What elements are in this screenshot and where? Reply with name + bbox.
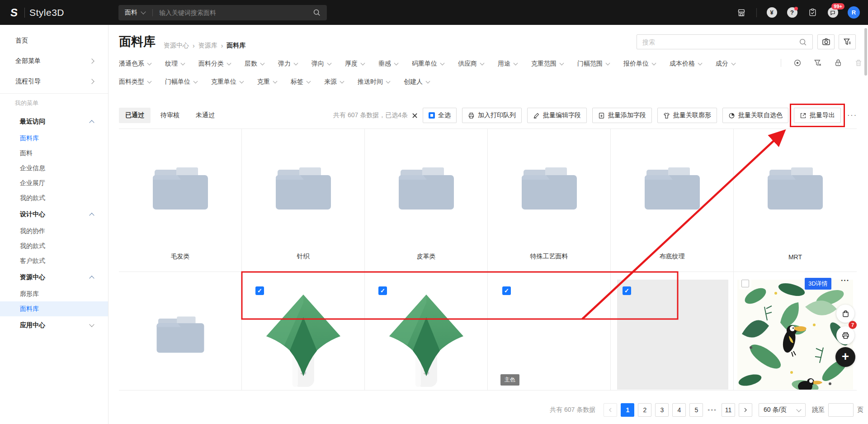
sidebar-item-showroom[interactable]: 企业展厅 <box>0 176 108 191</box>
fabric-card-3[interactable]: ✓ 主色 <box>488 272 611 391</box>
image-search-button[interactable] <box>817 34 835 49</box>
lock-icon[interactable] <box>834 59 842 67</box>
sidebar-group-recent[interactable]: 最近访问 <box>0 113 108 131</box>
sidebar-item-company-info[interactable]: 企业信息 <box>0 161 108 176</box>
global-search-bar[interactable]: 面料 <box>118 5 327 20</box>
page-button-3[interactable]: 3 <box>655 403 669 417</box>
page-button-2[interactable]: 2 <box>638 403 651 417</box>
clear-selection-icon[interactable] <box>412 113 417 118</box>
folder-card-hair[interactable]: 毛发类 <box>119 129 242 272</box>
filter-composition[interactable]: 成分 <box>716 60 735 68</box>
filter-quote-unit[interactable]: 报价单位 <box>623 60 656 68</box>
user-avatar[interactable]: R <box>848 6 860 19</box>
filter-pantone[interactable]: 潘通色系 <box>119 60 151 68</box>
filter-usage[interactable]: 用途 <box>498 60 517 68</box>
prev-page-button[interactable] <box>604 403 617 417</box>
fabric-card-4[interactable]: ✓ <box>611 272 734 391</box>
sidebar-item-home[interactable]: 首页 <box>0 30 108 51</box>
filter-texture[interactable]: 纹理 <box>165 60 184 68</box>
filter-fabric-type[interactable]: 面料类型 <box>119 78 151 86</box>
filter-layers[interactable]: 层数 <box>245 60 264 68</box>
sidebar-item-fabric-library-recent[interactable]: 面料库 <box>0 131 108 146</box>
filter-width-range[interactable]: 门幅范围 <box>577 60 609 68</box>
tasks-icon[interactable] <box>807 7 818 18</box>
search-icon[interactable] <box>799 38 807 46</box>
sidebar-item-my-styles[interactable]: 我的款式 <box>0 238 108 253</box>
filter-gram-weight-range[interactable]: 克重范围 <box>531 60 563 68</box>
trash-icon[interactable] <box>854 59 863 67</box>
jump-to-page-input[interactable] <box>828 403 854 417</box>
filter-thickness[interactable]: 厚度 <box>345 60 364 68</box>
tab-rejected[interactable]: 未通过 <box>189 108 221 123</box>
target-icon[interactable] <box>793 59 802 67</box>
sidebar-item-client-styles[interactable]: 客户款式 <box>0 253 108 268</box>
filter-weight-unit[interactable]: 码重单位 <box>412 60 444 68</box>
search-icon[interactable] <box>313 9 321 16</box>
folder-card-untitled[interactable] <box>119 272 242 391</box>
filter-gram-weight-unit[interactable]: 克重单位 <box>211 78 243 86</box>
print-button[interactable] <box>836 326 854 344</box>
sidebar-group-app-center[interactable]: 应用中心 <box>0 316 108 334</box>
library-search-input[interactable] <box>637 38 799 46</box>
sidebar-item-fabric[interactable]: 面料 <box>0 146 108 161</box>
filter-push-time[interactable]: 推送时间 <box>358 78 390 86</box>
tab-pending[interactable]: 待审核 <box>154 108 186 123</box>
fabric-card-2[interactable]: ✓ <box>365 272 488 391</box>
add-button[interactable]: + <box>835 347 855 367</box>
folder-card-special-craft[interactable]: 特殊工艺面料 <box>488 129 611 272</box>
page-button-4[interactable]: 4 <box>672 403 686 417</box>
item-checkbox-checked[interactable]: ✓ <box>378 286 387 295</box>
breadcrumb-item[interactable]: 资源中心 <box>164 42 189 50</box>
app-logo[interactable]: S Style3D <box>8 7 64 19</box>
help-icon[interactable]: ? <box>787 7 797 18</box>
filter-gram-weight[interactable]: 克重 <box>257 78 277 86</box>
fabric-card-1[interactable]: ✓ <box>242 272 365 391</box>
filter-drape[interactable]: 垂感 <box>378 60 398 68</box>
filter-source[interactable]: 来源 <box>324 78 344 86</box>
folder-card-mrt[interactable]: MRT <box>734 129 857 272</box>
sidebar-group-resource-center[interactable]: 资源中心 <box>0 268 108 286</box>
batch-add-fields-button[interactable]: 批量添加字段 <box>592 108 652 123</box>
fabric-card-leaf-pattern[interactable]: 3D详情 ··· 7 + <box>734 272 857 391</box>
breadcrumb-item[interactable]: 资源库 <box>198 42 217 50</box>
3d-detail-badge[interactable]: 3D详情 <box>805 278 831 290</box>
folder-card-base-texture[interactable]: 布底纹理 <box>611 129 734 272</box>
filter-stretch-direction[interactable]: 弹向 <box>311 60 331 68</box>
filter-fabric-category[interactable]: 面料分类 <box>198 60 231 68</box>
batch-link-silhouette-button[interactable]: 批量关联廓形 <box>657 108 717 123</box>
messages-icon[interactable]: 99+ <box>827 7 838 18</box>
filter-tags[interactable]: 标签 <box>291 78 310 86</box>
item-checkbox-checked[interactable]: ✓ <box>255 286 264 295</box>
page-button-1[interactable]: 1 <box>621 403 634 417</box>
filter-creator[interactable]: 创建人 <box>404 78 429 86</box>
currency-icon[interactable]: ¥ <box>766 7 777 18</box>
page-button-11[interactable]: 11 <box>722 403 735 417</box>
more-actions-button[interactable]: ··· <box>847 111 857 119</box>
card-more-button[interactable]: ··· <box>841 276 849 285</box>
page-button-5[interactable]: 5 <box>689 403 703 417</box>
advanced-filter-button[interactable] <box>839 34 856 49</box>
folder-card-knit[interactable]: 针织 <box>242 129 365 272</box>
sidebar-item-my-styles-recent[interactable]: 我的款式 <box>0 191 108 205</box>
item-checkbox-checked[interactable]: ✓ <box>623 286 631 295</box>
collect-bag-button[interactable] <box>836 305 854 323</box>
item-checkbox-unchecked[interactable] <box>739 277 751 290</box>
filter-supplier[interactable]: 供应商 <box>458 60 484 68</box>
filter-width-unit[interactable]: 门幅单位 <box>165 78 197 86</box>
filter-cost-price[interactable]: 成本价格 <box>670 60 702 68</box>
search-category-select[interactable]: 面料 <box>125 9 137 17</box>
store-icon[interactable] <box>736 7 747 18</box>
sidebar-group-design-center[interactable]: 设计中心 <box>0 205 108 224</box>
sidebar-item-fabric-library[interactable]: 面料库 <box>0 301 108 316</box>
filter-elasticity[interactable]: 弹力 <box>278 60 297 68</box>
next-page-button[interactable] <box>739 403 752 417</box>
clear-filter-icon[interactable] <box>814 59 822 67</box>
select-all-button[interactable]: 全选 <box>423 108 457 123</box>
sidebar-item-all-menu[interactable]: 全部菜单 <box>0 51 108 71</box>
global-search-input[interactable] <box>159 9 313 16</box>
item-checkbox-checked[interactable]: ✓ <box>502 286 511 295</box>
sidebar-item-silhouette-library[interactable]: 廓形库 <box>0 286 108 301</box>
page-ellipsis[interactable]: ••• <box>707 406 718 414</box>
sidebar-item-process-guide[interactable]: 流程引导 <box>0 71 108 91</box>
page-size-select[interactable]: 60 条/页 <box>759 403 806 417</box>
